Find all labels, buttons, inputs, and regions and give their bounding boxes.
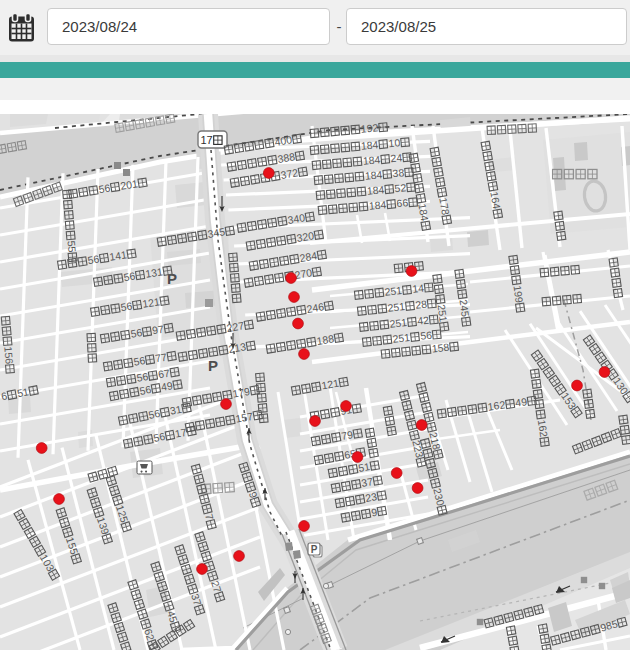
svg-text:56: 56 [139, 383, 153, 397]
svg-text:55: 55 [66, 240, 79, 253]
svg-text:49: 49 [160, 379, 174, 393]
svg-text:56: 56 [130, 326, 144, 340]
svg-text:56: 56 [98, 182, 112, 196]
svg-text:P: P [208, 357, 218, 374]
svg-text:24: 24 [390, 151, 403, 164]
svg-text:199: 199 [511, 285, 525, 304]
svg-text:97: 97 [151, 323, 165, 337]
svg-text:31: 31 [169, 403, 183, 417]
svg-text:184: 184 [360, 138, 379, 151]
svg-text:162: 162 [536, 419, 550, 438]
svg-text:184: 184 [364, 168, 383, 181]
svg-text:56: 56 [133, 354, 147, 368]
svg-text:37: 37 [360, 475, 374, 489]
svg-text:245: 245 [457, 299, 471, 318]
svg-text:56: 56 [420, 329, 433, 342]
svg-text:28: 28 [415, 298, 428, 311]
svg-text:156: 156 [2, 346, 15, 365]
svg-text:66: 66 [396, 196, 409, 209]
svg-text:67: 67 [157, 367, 171, 381]
svg-text:10: 10 [388, 136, 401, 149]
svg-text:251: 251 [389, 316, 408, 330]
svg-text:56: 56 [147, 407, 161, 421]
svg-text:23: 23 [364, 490, 378, 504]
svg-text:56: 56 [123, 270, 137, 284]
svg-text:192: 192 [360, 121, 379, 134]
svg-text:38: 38 [392, 166, 405, 179]
svg-text:251: 251 [392, 331, 411, 345]
svg-text:251: 251 [387, 300, 406, 314]
svg-text:51: 51 [16, 385, 30, 399]
svg-text:56: 56 [120, 300, 134, 314]
svg-text:56: 56 [87, 253, 101, 267]
svg-text:52: 52 [394, 181, 407, 194]
svg-text:56: 56 [136, 370, 150, 384]
svg-text:49: 49 [514, 395, 527, 409]
svg-text:79: 79 [340, 428, 354, 442]
svg-text:14: 14 [412, 282, 425, 295]
svg-text:184: 184 [362, 153, 381, 166]
svg-text:184: 184 [368, 198, 387, 211]
svg-text:77: 77 [154, 351, 168, 365]
svg-text:17: 17 [201, 134, 213, 146]
svg-text:162: 162 [487, 398, 506, 412]
svg-text:251: 251 [435, 304, 449, 323]
svg-text:P: P [311, 544, 318, 555]
svg-text:42: 42 [417, 314, 430, 327]
svg-text:184: 184 [366, 183, 385, 196]
svg-text:56: 56 [152, 430, 166, 444]
svg-text:158: 158 [431, 341, 450, 355]
svg-text:251: 251 [384, 284, 403, 298]
